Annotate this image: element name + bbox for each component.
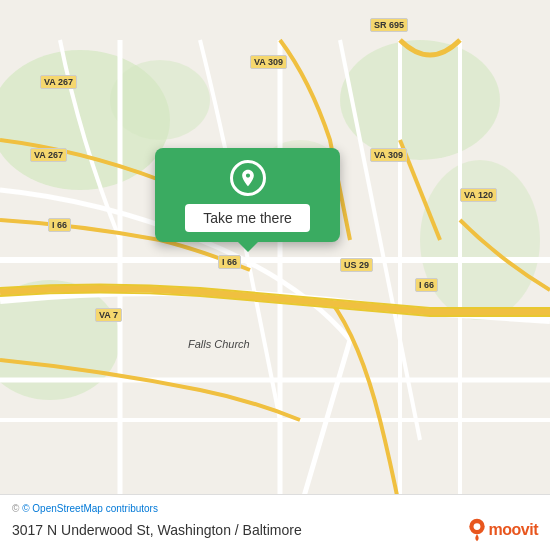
label-va309-top: VA 309 xyxy=(250,55,287,69)
label-i66-mid: I 66 xyxy=(218,255,241,269)
osm-link[interactable]: © OpenStreetMap contributors xyxy=(22,503,158,514)
label-va7: VA 7 xyxy=(95,308,122,322)
attribution: © © OpenStreetMap contributors xyxy=(12,503,538,514)
pin-icon-circle xyxy=(230,160,266,196)
svg-point-4 xyxy=(110,60,210,140)
map-container: SR 695 VA 267 VA 309 VA 267 VA 309 VA 12… xyxy=(0,0,550,550)
location-pin-icon xyxy=(238,168,258,188)
label-i66-left: I 66 xyxy=(48,218,71,232)
svg-point-1 xyxy=(340,40,500,160)
label-va267-top: VA 267 xyxy=(40,75,77,89)
map-card: Take me there xyxy=(155,148,340,242)
bottom-bar: © © OpenStreetMap contributors 3017 N Un… xyxy=(0,494,550,550)
take-me-there-button[interactable]: Take me there xyxy=(185,204,310,232)
moovit-logo: moovit xyxy=(467,518,538,542)
moovit-pin-icon xyxy=(467,518,487,542)
label-va120: VA 120 xyxy=(460,188,497,202)
svg-point-14 xyxy=(473,523,480,530)
falls-church-label: Falls Church xyxy=(188,338,250,350)
map-roads xyxy=(0,0,550,550)
label-va267-mid: VA 267 xyxy=(30,148,67,162)
moovit-text: moovit xyxy=(489,521,538,539)
label-sr695: SR 695 xyxy=(370,18,408,32)
label-us29: US 29 xyxy=(340,258,373,272)
label-i66-right: I 66 xyxy=(415,278,438,292)
address-text: 3017 N Underwood St, Washington / Baltim… xyxy=(12,522,302,538)
label-va309-mid: VA 309 xyxy=(370,148,407,162)
bottom-bar-content: 3017 N Underwood St, Washington / Baltim… xyxy=(12,518,538,542)
